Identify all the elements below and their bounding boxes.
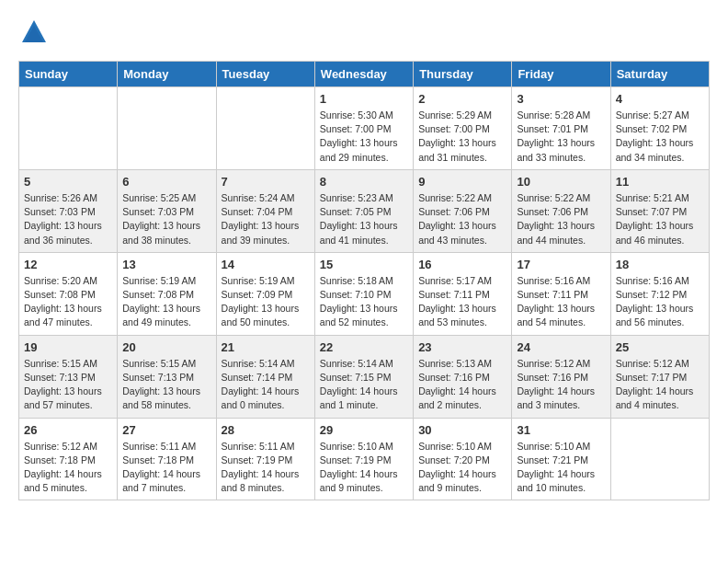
calendar-cell: 6Sunrise: 5:25 AM Sunset: 7:03 PM Daylig… [118,169,216,252]
day-number: 13 [122,258,210,271]
calendar-cell: 5Sunrise: 5:26 AM Sunset: 7:03 PM Daylig… [19,169,118,252]
calendar-cell: 9Sunrise: 5:22 AM Sunset: 7:06 PM Daylig… [414,169,512,252]
day-content: Sunrise: 5:13 AM Sunset: 7:16 PM Dayligh… [418,357,506,413]
calendar-cell: 7Sunrise: 5:24 AM Sunset: 7:04 PM Daylig… [216,169,314,252]
calendar-week-row: 19Sunrise: 5:15 AM Sunset: 7:13 PM Dayli… [19,335,710,418]
day-content: Sunrise: 5:15 AM Sunset: 7:13 PM Dayligh… [24,357,112,413]
calendar-cell: 22Sunrise: 5:14 AM Sunset: 7:15 PM Dayli… [314,335,413,418]
calendar-cell: 13Sunrise: 5:19 AM Sunset: 7:08 PM Dayli… [118,252,216,335]
calendar-cell: 12Sunrise: 5:20 AM Sunset: 7:08 PM Dayli… [19,252,118,335]
calendar-cell: 15Sunrise: 5:18 AM Sunset: 7:10 PM Dayli… [314,252,413,335]
day-number: 15 [320,258,408,271]
calendar-cell: 27Sunrise: 5:11 AM Sunset: 7:18 PM Dayli… [118,418,216,500]
calendar-cell: 3Sunrise: 5:28 AM Sunset: 7:01 PM Daylig… [512,87,610,170]
day-number: 9 [418,175,506,189]
day-number: 21 [222,340,310,354]
day-number: 28 [222,423,310,437]
day-content: Sunrise: 5:14 AM Sunset: 7:15 PM Dayligh… [320,357,408,413]
calendar-cell: 1Sunrise: 5:30 AM Sunset: 7:00 PM Daylig… [314,87,413,170]
day-content: Sunrise: 5:22 AM Sunset: 7:06 PM Dayligh… [418,191,506,247]
day-number: 8 [320,175,408,189]
day-content: Sunrise: 5:23 AM Sunset: 7:05 PM Dayligh… [320,191,408,247]
calendar-cell: 8Sunrise: 5:23 AM Sunset: 7:05 PM Daylig… [314,169,413,252]
day-number: 19 [24,340,112,354]
day-number: 14 [222,258,310,271]
calendar-cell: 24Sunrise: 5:12 AM Sunset: 7:16 PM Dayli… [512,335,610,418]
day-content: Sunrise: 5:29 AM Sunset: 7:00 PM Dayligh… [418,109,506,165]
day-content: Sunrise: 5:11 AM Sunset: 7:18 PM Dayligh… [122,440,210,496]
calendar-cell: 21Sunrise: 5:14 AM Sunset: 7:14 PM Dayli… [216,335,314,418]
day-content: Sunrise: 5:11 AM Sunset: 7:19 PM Dayligh… [222,440,310,496]
calendar-week-row: 5Sunrise: 5:26 AM Sunset: 7:03 PM Daylig… [19,169,710,252]
weekday-header-monday: Monday [118,62,216,87]
day-number: 5 [24,175,112,189]
calendar-cell: 16Sunrise: 5:17 AM Sunset: 7:11 PM Dayli… [414,252,512,335]
weekday-header-sunday: Sunday [19,62,118,87]
calendar-cell: 19Sunrise: 5:15 AM Sunset: 7:13 PM Dayli… [19,335,118,418]
day-content: Sunrise: 5:10 AM Sunset: 7:19 PM Dayligh… [320,440,408,496]
day-number: 23 [418,340,506,354]
day-number: 18 [616,258,704,271]
day-content: Sunrise: 5:26 AM Sunset: 7:03 PM Dayligh… [24,191,112,247]
day-content: Sunrise: 5:12 AM Sunset: 7:17 PM Dayligh… [616,357,704,413]
calendar-cell [610,418,709,500]
day-number: 29 [320,423,408,437]
calendar-cell: 11Sunrise: 5:21 AM Sunset: 7:07 PM Dayli… [610,169,709,252]
calendar-cell: 26Sunrise: 5:12 AM Sunset: 7:18 PM Dayli… [19,418,118,500]
day-content: Sunrise: 5:24 AM Sunset: 7:04 PM Dayligh… [222,191,310,247]
day-number: 30 [418,423,506,437]
day-number: 12 [24,258,112,271]
day-content: Sunrise: 5:21 AM Sunset: 7:07 PM Dayligh… [616,191,704,247]
day-content: Sunrise: 5:18 AM Sunset: 7:10 PM Dayligh… [320,274,408,330]
day-content: Sunrise: 5:16 AM Sunset: 7:11 PM Dayligh… [517,274,605,330]
day-number: 17 [517,258,605,271]
calendar-cell: 23Sunrise: 5:13 AM Sunset: 7:16 PM Dayli… [414,335,512,418]
calendar-cell [216,87,314,170]
calendar-cell: 10Sunrise: 5:22 AM Sunset: 7:06 PM Dayli… [512,169,610,252]
day-content: Sunrise: 5:12 AM Sunset: 7:18 PM Dayligh… [24,440,112,496]
day-content: Sunrise: 5:14 AM Sunset: 7:14 PM Dayligh… [222,357,310,413]
calendar-cell: 2Sunrise: 5:29 AM Sunset: 7:00 PM Daylig… [414,87,512,170]
day-content: Sunrise: 5:30 AM Sunset: 7:00 PM Dayligh… [320,109,408,165]
day-number: 10 [517,175,605,189]
day-number: 20 [122,340,210,354]
calendar-cell: 18Sunrise: 5:16 AM Sunset: 7:12 PM Dayli… [610,252,709,335]
calendar-cell: 25Sunrise: 5:12 AM Sunset: 7:17 PM Dayli… [610,335,709,418]
calendar-cell: 17Sunrise: 5:16 AM Sunset: 7:11 PM Dayli… [512,252,610,335]
day-number: 2 [418,92,506,106]
day-number: 4 [616,92,704,106]
calendar-cell: 20Sunrise: 5:15 AM Sunset: 7:13 PM Dayli… [118,335,216,418]
calendar-week-row: 26Sunrise: 5:12 AM Sunset: 7:18 PM Dayli… [19,418,710,500]
day-number: 11 [616,175,704,189]
day-number: 24 [517,340,605,354]
weekday-header-friday: Friday [512,62,610,87]
day-content: Sunrise: 5:10 AM Sunset: 7:20 PM Dayligh… [418,440,506,496]
day-number: 31 [517,423,605,437]
day-content: Sunrise: 5:15 AM Sunset: 7:13 PM Dayligh… [122,357,210,413]
day-number: 27 [122,423,210,437]
day-number: 16 [418,258,506,271]
day-content: Sunrise: 5:20 AM Sunset: 7:08 PM Dayligh… [24,274,112,330]
day-number: 22 [320,340,408,354]
day-content: Sunrise: 5:22 AM Sunset: 7:06 PM Dayligh… [517,191,605,247]
day-content: Sunrise: 5:17 AM Sunset: 7:11 PM Dayligh… [418,274,506,330]
calendar-cell: 30Sunrise: 5:10 AM Sunset: 7:20 PM Dayli… [414,418,512,500]
day-content: Sunrise: 5:28 AM Sunset: 7:01 PM Dayligh… [517,109,605,165]
weekday-header-wednesday: Wednesday [314,62,413,87]
calendar-cell [118,87,216,170]
weekday-header-saturday: Saturday [610,62,709,87]
calendar-week-row: 12Sunrise: 5:20 AM Sunset: 7:08 PM Dayli… [19,252,710,335]
page-header [18,18,710,46]
calendar-header-row: SundayMondayTuesdayWednesdayThursdayFrid… [19,62,710,87]
day-content: Sunrise: 5:19 AM Sunset: 7:09 PM Dayligh… [222,274,310,330]
day-number: 25 [616,340,704,354]
logo-icon [20,18,48,46]
day-number: 6 [122,175,210,189]
day-number: 3 [517,92,605,106]
day-number: 26 [24,423,112,437]
logo [18,18,48,46]
calendar-week-row: 1Sunrise: 5:30 AM Sunset: 7:00 PM Daylig… [19,87,710,170]
calendar-cell: 28Sunrise: 5:11 AM Sunset: 7:19 PM Dayli… [216,418,314,500]
weekday-header-tuesday: Tuesday [216,62,314,87]
calendar-cell: 31Sunrise: 5:10 AM Sunset: 7:21 PM Dayli… [512,418,610,500]
